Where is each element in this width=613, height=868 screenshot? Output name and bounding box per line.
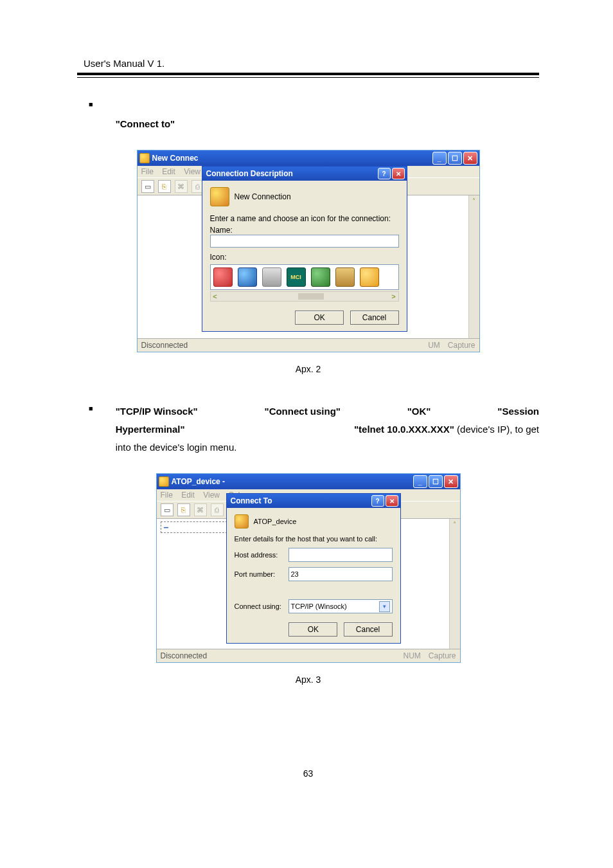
page-number: 63 [77,768,539,779]
figure-2-caption: Apx. 3 [77,674,539,685]
main-window-titlebar: ATOP_device - _ ☐ ✕ [157,474,460,489]
cancel-button[interactable]: Cancel [350,311,399,325]
dialog-prompt: Enter details for the host that you want… [235,535,393,543]
icon-scrollbar[interactable]: < > [210,291,399,302]
tool-icon-3[interactable]: ⌘ [175,180,188,193]
help-button[interactable]: ? [378,168,391,179]
port-number-label: Port number: [235,570,289,578]
port-number-input[interactable] [289,567,393,581]
dialog-title: Connection Description [206,169,293,178]
txt-session: "Session [497,402,539,420]
dialog-title: Connect To [231,496,272,505]
menu-file[interactable]: File [161,491,173,500]
tool-icon-4[interactable]: ⎙ [211,503,224,516]
open-icon[interactable]: ⎘ [177,503,190,516]
new-icon[interactable]: ▭ [141,180,154,193]
status-capture: Capture [448,341,475,350]
device-name-label: ATOP_device [254,518,297,525]
connect-using-select[interactable]: TCP/IP (Winsock) ▾ [289,599,393,613]
figure-1-caption: Apx. 2 [77,364,539,374]
header-rule [77,73,539,78]
menu-edit[interactable]: Edit [162,167,175,176]
menu-file[interactable]: File [141,167,154,176]
new-icon[interactable]: ▭ [161,503,173,516]
dialog-close-button[interactable]: ✕ [386,495,398,507]
status-um: UM [428,341,440,350]
status-connection: Disconnected [141,341,188,350]
vertical-scrollbar[interactable]: ˄ [468,195,479,338]
txt-connect-using: "Connect using" [265,402,341,420]
connect-using-label: Connect using: [235,602,289,610]
txt-device-ip: (device's IP), to get [454,424,539,435]
maximize-button[interactable]: ☐ [429,475,443,488]
maximize-button[interactable]: ☐ [448,152,462,165]
menu-view[interactable]: View [203,491,220,500]
main-window-title: ATOP_device - [172,477,226,486]
main-window-title: New Connec [152,154,199,163]
icon-label: Icon: [210,253,399,262]
terminal-area-right: ˄ [401,519,460,649]
icon-chooser[interactable]: MCI [210,264,399,290]
minimize-button[interactable]: _ [432,152,447,165]
open-icon[interactable]: ⎘ [158,180,171,193]
dialog-prompt: Enter a name and choose an icon for the … [210,214,399,223]
icon-option-3[interactable] [262,267,281,287]
menu-view[interactable]: View [184,167,200,176]
scroll-up-icon[interactable]: ˄ [450,519,460,529]
cursor-indicator: – [161,521,227,533]
page-header: User's Manual V 1. [77,58,539,69]
ok-button[interactable]: OK [295,311,344,325]
figure-1-window: New Connec _ ☐ ✕ File Edit View ▭ ⎘ ⌘ ⎙ [137,150,480,352]
bullet-2-text: "TCP/IP Winsock" "Connect using" "OK" "S… [116,402,539,457]
txt-hyperterminal: Hyperterminal" [116,420,185,439]
connection-icon [210,187,229,206]
scroll-right-icon[interactable]: > [389,293,398,300]
icon-option-6[interactable] [335,267,355,287]
cancel-button[interactable]: Cancel [344,622,393,637]
dialog-close-button[interactable]: ✕ [392,168,405,179]
ok-button[interactable]: OK [289,622,337,637]
icon-option-4[interactable]: MCI [287,267,306,287]
scroll-up-icon[interactable]: ˄ [469,195,479,206]
status-bar: Disconnected NUM Capture [157,649,460,662]
connection-description-dialog: Connection Description ? ✕ New Connectio… [202,166,407,332]
status-num: NUM [403,651,420,660]
name-input[interactable] [210,235,399,248]
txt-telnet: "telnet 10.0.XXX.XXX" [354,424,454,435]
connect-to-text: "Connect to" [116,118,175,129]
status-connection: Disconnected [161,651,208,660]
host-address-input[interactable] [289,548,393,562]
status-capture: Capture [429,651,456,660]
hyperterminal-icon [139,153,150,163]
icon-option-2[interactable] [238,267,257,287]
help-button[interactable]: ? [371,495,384,507]
icon-option-5[interactable] [311,267,330,287]
hyperterminal-icon [159,476,169,487]
bullet-icon: ■ [89,100,93,108]
txt-tcpip: "TCP/IP Winsock" [116,402,198,420]
connection-icon [235,514,249,529]
connect-using-value: TCP/IP (Winsock) [291,602,347,610]
txt-ok: "OK" [407,402,431,420]
name-label: Name: [210,226,399,235]
bullet-icon: ■ [89,404,93,412]
tool-icon-3[interactable]: ⌘ [194,503,207,516]
figure-2-window: ATOP_device - _ ☐ ✕ File Edit View Cal ▭… [156,473,461,663]
close-button[interactable]: ✕ [463,152,477,165]
vertical-scrollbar[interactable]: ˄ [449,519,460,649]
main-window-titlebar: New Connec _ ☐ ✕ [138,150,479,166]
menu-edit[interactable]: Edit [181,491,195,500]
terminal-area-left [138,195,202,338]
scroll-thumb[interactable] [298,293,324,300]
chevron-down-icon[interactable]: ▾ [379,601,390,612]
new-connection-label: New Connection [235,192,291,201]
terminal-area-right: ˄ [407,195,479,338]
scroll-left-icon[interactable]: < [211,293,220,300]
terminal-area-left: – [157,519,226,649]
host-address-label: Host address: [235,551,289,559]
close-button[interactable]: ✕ [444,475,458,488]
icon-option-1[interactable] [213,267,233,287]
connect-to-dialog: Connect To ? ✕ ATOP_device Enter details… [226,493,401,644]
icon-option-7[interactable] [360,267,379,287]
minimize-button[interactable]: _ [413,475,427,488]
